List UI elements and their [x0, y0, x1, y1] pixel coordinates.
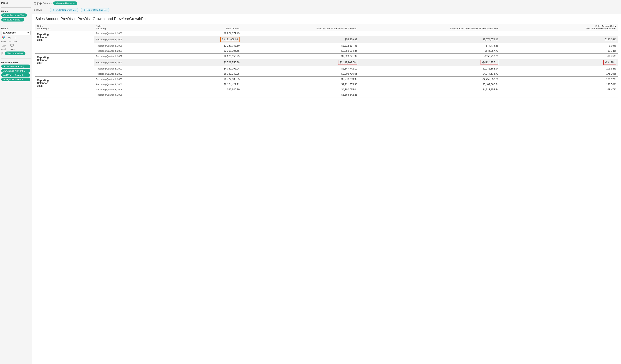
measure-values-label: Measure Values [1, 61, 31, 64]
table-quarter-cell: Reporting Quarter 3, 2008 [94, 87, 159, 92]
columns-measure-names-label: Measure Names [56, 2, 72, 4]
color-icon [2, 36, 5, 40]
svg-point-2 [3, 38, 4, 39]
table-quarter-cell: Reporting Quarter 4, 2008 [94, 92, 159, 97]
svg-rect-5 [11, 37, 11, 39]
table-growthpct-cell: -19.14% [500, 48, 618, 54]
detail-label: Detail [1, 48, 6, 50]
toolbar: ⦿⦿⦿ Columns Measure Names ≡ ≡ Rows ⊞ Ord… [32, 0, 621, 14]
table-quarter-cell: Reporting Quarter 4, 2006 [94, 48, 159, 54]
col-growth: Sales Amount-Order Retail445-PrevYearGro… [359, 24, 500, 31]
filter-label-1: Order Reporting Year [3, 14, 25, 17]
table-growth-cell [359, 31, 500, 36]
pages-section: Pages [1, 2, 31, 5]
rows-pill-1-label: Order Reporting Y... [56, 9, 76, 11]
table-sales-cell: $6,722,886.05 [159, 77, 241, 82]
col-quarter: OrderReporting... [94, 24, 159, 31]
mv-pill-0[interactable]: SUM(Sales Amount) [1, 65, 30, 68]
table-quarter-cell: Reporting Quarter 2, 2008 [94, 82, 159, 87]
filter-icon-2: ≡ [21, 18, 22, 21]
col-prev-year: Sales Amount-Order Retail445-PrevYear [241, 24, 359, 31]
table-growth-cell: $3,074,679.16 [359, 36, 500, 43]
rows-pill-1-icon: ⊞ [52, 9, 55, 11]
table-quarter-cell: Reporting Quarter 4, 2007 [94, 71, 159, 77]
columns-label: ⦿⦿⦿ Columns [34, 2, 52, 5]
table-prevyear-cell: $2,270,353.99 [241, 77, 359, 82]
table-sales-cell: $4,380,095.04 [159, 66, 241, 71]
table-growthpct-cell: 196.12% [500, 77, 618, 82]
svg-rect-7 [15, 37, 15, 39]
data-table: OrderReporting Y... OrderReporting... Sa… [35, 24, 618, 97]
table-sales-cell: $2,308,706.55 [159, 48, 241, 54]
table-prevyear-cell: $2,829,071.99 [241, 53, 359, 59]
table-growth-cell: $5,402,666.74 [359, 82, 500, 87]
table-quarter-cell: Reporting Quarter 1, 2007 [94, 53, 159, 59]
table-prevyear-cell: $2,147,742.10 [241, 66, 359, 71]
table-year-cell: Reporting Calendar 2008 [35, 77, 94, 97]
table-quarter-cell: Reporting Quarter 3, 2006 [94, 43, 159, 48]
filter-measure-names[interactable]: Measure Names ≡ [1, 18, 24, 21]
columns-measure-names-pill[interactable]: Measure Names ≡ [53, 1, 77, 5]
table-growth-cell: $4,452,532.06 [359, 77, 500, 82]
svg-rect-11 [11, 44, 14, 46]
mv-pill-3[interactable]: AVG(Sales Amount-... [1, 78, 30, 81]
rows-pill-2[interactable]: ⊞ Order Reporting Q... [81, 8, 110, 12]
table-growthpct-cell: 175.19% [500, 71, 618, 77]
filter-order-reporting-year[interactable]: Order Reporting Year [1, 14, 27, 17]
table-sales-cell: $2,147,742.10 [159, 43, 241, 48]
table-year-cell: Reporting Calendar 2007 [35, 53, 94, 77]
table-prevyear-cell [241, 31, 359, 36]
marks-mv-label: Measure Values [7, 52, 23, 55]
svg-rect-4 [9, 37, 10, 38]
table-growth-cell [359, 92, 500, 97]
rows-icon: ≡ [34, 8, 35, 12]
size-button[interactable]: Size [8, 36, 12, 43]
view-title: Sales Amount, PrevYear, PrevYearGrowth, … [35, 17, 618, 21]
detail-button[interactable]: Detail [1, 44, 6, 50]
chevron-down-icon: ▾ [28, 32, 29, 34]
rows-pill-2-icon: ⊞ [83, 9, 86, 11]
mv-pill-1[interactable]: AVG(Sales Amount-... [1, 69, 30, 73]
marks-measure-values-pill[interactable]: Measure Values [5, 52, 25, 55]
color-button[interactable]: Color [1, 36, 6, 43]
text-button[interactable]: Text [14, 36, 17, 43]
table-prevyear-cell: $2,222,217.45 [241, 43, 359, 48]
table-growthpct-cell: -13.12% [500, 59, 618, 66]
marks-icons-row: Color Size [1, 36, 31, 43]
columns-icon: ⦿⦿⦿ [34, 2, 42, 5]
svg-rect-3 [8, 37, 9, 38]
table-growthpct-cell: 103.94% [500, 66, 618, 71]
filter-label-2: Measure Names [3, 18, 20, 21]
col-sales: Sales Amount [159, 24, 241, 31]
table-growth-cell: -$4,313,154.34 [359, 87, 500, 92]
filters-label: Filters [1, 10, 31, 13]
table-prevyear-cell: $2,308,706.55 [241, 71, 359, 77]
rows-pill-2-label: Order Reporting Q... [87, 9, 107, 11]
table-quarter-cell: Reporting Quarter 1, 2008 [94, 77, 159, 82]
rows-pill-1[interactable]: ⊞ Order Reporting Y... [50, 8, 78, 12]
table-header-row: OrderReporting Y... OrderReporting... Sa… [35, 24, 618, 31]
marks-section: Marks ⊞ Automatic ▾ Color [1, 27, 31, 56]
measure-values-icon: T [1, 52, 4, 55]
marks-auto-label: ⊞ Automatic [3, 32, 16, 34]
text-label: Text [14, 41, 17, 43]
col-year: OrderReporting Y... [35, 24, 94, 31]
size-icon [8, 36, 11, 40]
svg-marker-12 [11, 46, 12, 47]
color-label: Color [1, 41, 6, 43]
marks-auto-dropdown[interactable]: ⊞ Automatic ▾ [1, 31, 31, 35]
table-growthpct-cell: -3.35% [500, 43, 618, 48]
table-growthpct-cell [500, 92, 618, 97]
columns-row: ⦿⦿⦿ Columns Measure Names ≡ [32, 0, 621, 7]
table-growthpct-cell: 198.50% [500, 82, 618, 87]
rows-label: ≡ Rows [34, 8, 48, 12]
table-sales-cell [159, 92, 241, 97]
table-quarter-cell: Reporting Quarter 1, 2006 [94, 31, 159, 36]
main-content: Sales Amount, PrevYear, PrevYearGrowth, … [32, 14, 621, 364]
table-growth-cell: -$74,475.35 [359, 43, 500, 48]
table-year-cell: Reporting Calendar 2006 [35, 31, 94, 54]
table-growthpct-cell: -98.47% [500, 87, 618, 92]
tooltip-button[interactable]: Tooltip [10, 44, 15, 50]
table-growthpct-cell [500, 31, 618, 36]
mv-pill-2[interactable]: AVG(Sales Amount-... [1, 73, 30, 77]
